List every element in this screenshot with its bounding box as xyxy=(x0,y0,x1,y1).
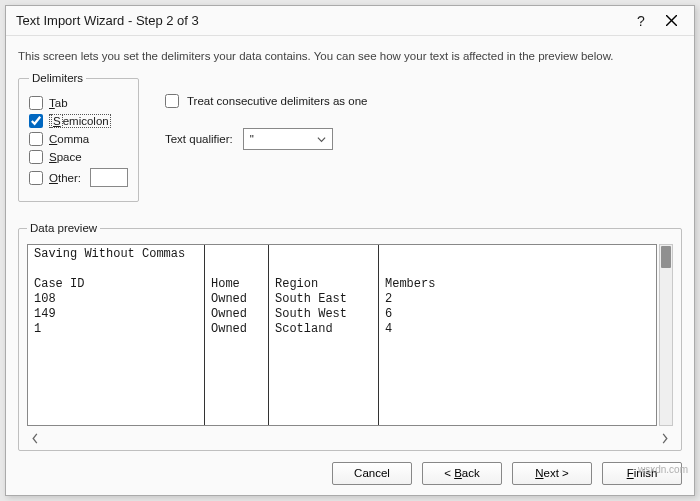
preview-cell: South East xyxy=(269,292,378,307)
preview-cell xyxy=(205,262,268,277)
chevron-down-icon xyxy=(317,135,326,144)
watermark: wsxdn.com xyxy=(638,464,688,475)
wizard-body: This screen lets you set the delimiters … xyxy=(6,36,694,451)
preview-cell: 6 xyxy=(379,307,638,322)
preview-cell: Region xyxy=(269,277,378,292)
delimiter-semicolon-checkbox[interactable] xyxy=(29,114,43,128)
preview-cell: Saving Without Commas xyxy=(28,247,204,262)
next-button[interactable]: Next > xyxy=(512,462,592,485)
preview-cell: 108 xyxy=(28,292,204,307)
close-icon xyxy=(666,15,677,26)
preview-inner: Saving Without CommasCase ID1081491HomeO… xyxy=(27,244,673,426)
treat-consecutive-checkbox[interactable] xyxy=(165,94,179,108)
delimiter-semicolon[interactable]: Semicolon xyxy=(29,114,128,128)
title-bar: Text Import Wizard - Step 2 of 3 ? xyxy=(6,6,694,36)
text-qualifier-select[interactable]: " xyxy=(243,128,333,150)
preview-cell: 1 xyxy=(28,322,204,337)
footer-buttons: Cancel < Back Next > Finish xyxy=(6,451,694,495)
preview-column: HomeOwnedOwnedOwned xyxy=(204,245,268,425)
close-button[interactable] xyxy=(656,9,686,33)
delimiter-other-checkbox[interactable] xyxy=(29,171,43,185)
options-section: Delimiters Tab Semicolon Comma Space xyxy=(18,72,682,202)
preview-cell xyxy=(28,262,204,277)
delimiter-other-input[interactable] xyxy=(90,168,128,187)
right-options: Treat consecutive delimiters as one Text… xyxy=(165,72,367,150)
preview-cell: 149 xyxy=(28,307,204,322)
delimiter-space[interactable]: Space xyxy=(29,150,128,164)
help-button[interactable]: ? xyxy=(626,9,656,33)
description-text: This screen lets you set the delimiters … xyxy=(18,50,682,62)
delimiters-legend: Delimiters xyxy=(29,72,86,84)
preview-cell: 4 xyxy=(379,322,638,337)
preview-cell: Owned xyxy=(205,322,268,337)
preview-cell: 2 xyxy=(379,292,638,307)
text-qualifier-label: Text qualifier: xyxy=(165,133,233,145)
data-preview-legend: Data preview xyxy=(27,222,100,234)
preview-column: Saving Without CommasCase ID1081491 xyxy=(28,245,204,425)
preview-column: Members264 xyxy=(378,245,638,425)
preview-horizontal-scrollbar[interactable] xyxy=(27,430,673,446)
preview-cell xyxy=(205,247,268,262)
delimiter-comma-checkbox[interactable] xyxy=(29,132,43,146)
text-qualifier-value: " xyxy=(250,133,254,145)
delimiter-other[interactable]: Other: xyxy=(29,168,128,187)
preview-cell: Members xyxy=(379,277,638,292)
preview-wrap: Data preview Saving Without CommasCase I… xyxy=(18,222,682,451)
preview-column: RegionSouth EastSouth WestScotland xyxy=(268,245,378,425)
preview-cell xyxy=(379,262,638,277)
preview-cell: Owned xyxy=(205,292,268,307)
preview-cell xyxy=(269,262,378,277)
cancel-button[interactable]: Cancel xyxy=(332,462,412,485)
delimiter-tab-checkbox[interactable] xyxy=(29,96,43,110)
delimiter-comma[interactable]: Comma xyxy=(29,132,128,146)
data-preview-group: Data preview Saving Without CommasCase I… xyxy=(18,222,682,451)
delimiter-space-checkbox[interactable] xyxy=(29,150,43,164)
delimiters-group: Delimiters Tab Semicolon Comma Space xyxy=(18,72,139,202)
preview-vertical-scrollbar[interactable] xyxy=(659,244,673,426)
window-title: Text Import Wizard - Step 2 of 3 xyxy=(16,13,626,28)
scroll-right-icon[interactable] xyxy=(661,433,669,444)
text-qualifier-row: Text qualifier: " xyxy=(165,128,367,150)
treat-consecutive[interactable]: Treat consecutive delimiters as one xyxy=(165,94,367,108)
preview-cell xyxy=(379,247,638,262)
preview-cell xyxy=(269,247,378,262)
scroll-left-icon[interactable] xyxy=(31,433,39,444)
preview-cell: Case ID xyxy=(28,277,204,292)
back-button[interactable]: < Back xyxy=(422,462,502,485)
scrollbar-thumb[interactable] xyxy=(661,246,671,268)
preview-table: Saving Without CommasCase ID1081491HomeO… xyxy=(27,244,657,426)
wizard-window: Text Import Wizard - Step 2 of 3 ? This … xyxy=(5,5,695,496)
delimiter-tab[interactable]: Tab xyxy=(29,96,128,110)
preview-cell: South West xyxy=(269,307,378,322)
preview-cell: Owned xyxy=(205,307,268,322)
preview-cell: Scotland xyxy=(269,322,378,337)
preview-cell: Home xyxy=(205,277,268,292)
